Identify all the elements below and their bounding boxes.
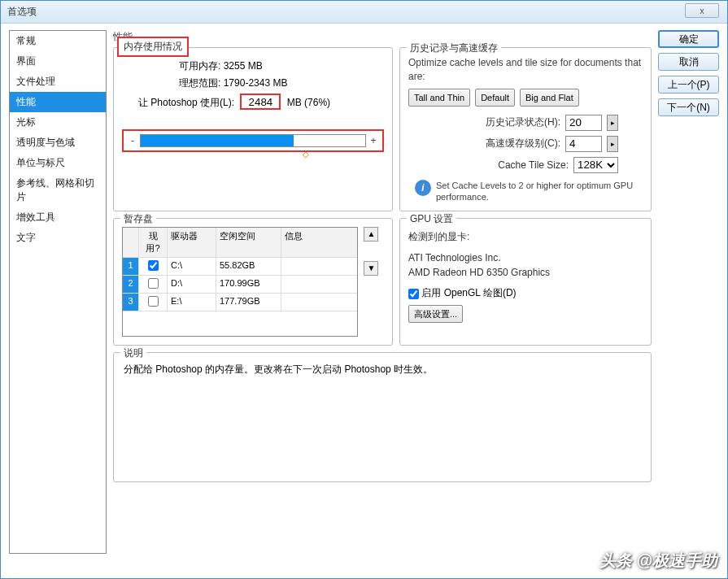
detected-gpu-label: 检测到的显卡: <box>408 230 643 244</box>
enable-opengl-checkbox[interactable] <box>408 289 419 299</box>
slider-plus-button[interactable]: + <box>369 135 377 146</box>
cache-tile-select[interactable]: 128K <box>573 157 618 173</box>
ok-button[interactable]: 确定 <box>658 30 719 48</box>
cache-levels-spinner[interactable]: ▸ <box>607 136 618 152</box>
row-info <box>281 258 357 275</box>
optimize-text: Optimize cache levels and tile size for … <box>408 56 643 84</box>
dialog-buttons: 确定 取消 上一个(P) 下一个(N) <box>652 30 721 554</box>
row-active-checkbox[interactable] <box>148 296 159 307</box>
sidebar-item-plugins[interactable]: 增效工具 <box>10 207 106 228</box>
row-active-checkbox[interactable] <box>148 260 159 271</box>
slider-fill <box>141 135 294 146</box>
memory-fieldset: 内存使用情况 可用内存: 3255 MB 理想范围: 1790-2343 MB … <box>113 47 393 211</box>
row-drive: C:\ <box>168 258 216 275</box>
memory-legend: 内存使用情况 <box>117 37 189 57</box>
sidebar-item-general[interactable]: 常规 <box>10 31 106 51</box>
window-title: 首选项 <box>7 5 37 19</box>
slider-minus-button[interactable]: - <box>129 135 137 146</box>
scratch-table: 现用? 驱动器 空闲空间 信息 1C:\55.82GB2D:\170.99GB3… <box>122 227 358 337</box>
row-info <box>281 294 357 311</box>
cache-levels-input[interactable] <box>565 136 602 152</box>
preset-default-button[interactable]: Default <box>475 89 515 107</box>
sidebar-item-cursors[interactable]: 光标 <box>10 112 106 133</box>
table-row[interactable]: 1C:\55.82GB <box>123 258 357 276</box>
memory-slider[interactable]: ◇ <box>140 134 366 147</box>
sidebar-item-performance[interactable]: 性能 <box>10 92 106 112</box>
enable-opengl-label: 启用 OpenGL 绘图(D) <box>421 287 516 298</box>
col-drive[interactable]: 驱动器 <box>168 228 216 257</box>
slider-marker-icon: ◇ <box>303 150 309 159</box>
let-ps-use-label: 让 Photoshop 使用(L): <box>138 97 234 108</box>
window-close-button[interactable]: x <box>685 3 719 18</box>
cache-levels-label: 高速缓存级别(C): <box>486 137 560 150</box>
col-free[interactable]: 空闲空间 <box>216 228 281 257</box>
description-fieldset: 说明 分配给 Photoshop 的内存量。更改将在下一次启动 Photosho… <box>113 352 652 482</box>
memory-slider-container: - ◇ + <box>122 129 384 152</box>
cache-info-text: Set Cache Levels to 2 or higher for opti… <box>436 180 636 203</box>
row-info <box>281 276 357 293</box>
ideal-range-value: 1790-2343 MB <box>224 77 288 89</box>
prev-button[interactable]: 上一个(P) <box>658 76 719 94</box>
row-index: 2 <box>123 276 139 293</box>
row-index: 3 <box>123 294 139 311</box>
category-sidebar: 常规 界面 文件处理 性能 光标 透明度与色域 单位与标尺 参考线、网格和切片 … <box>9 30 107 554</box>
cancel-button[interactable]: 取消 <box>658 53 719 71</box>
gpu-vendor: ATI Technologies Inc. <box>408 252 643 263</box>
memory-suffix: MB (76%) <box>287 97 330 108</box>
memory-amount-input[interactable] <box>240 94 281 110</box>
advanced-settings-button[interactable]: 高级设置... <box>408 305 463 323</box>
row-free: 55.82GB <box>216 258 281 275</box>
preset-big-flat-button[interactable]: Big and Flat <box>520 89 579 107</box>
description-text: 分配给 Photoshop 的内存量。更改将在下一次启动 Photoshop 时… <box>124 363 641 377</box>
move-up-button[interactable]: ▲ <box>364 227 378 242</box>
row-free: 170.99GB <box>216 276 281 293</box>
preset-tall-thin-button[interactable]: Tall and Thin <box>408 89 470 107</box>
page-title: 性能 <box>113 30 652 44</box>
sidebar-item-filehandling[interactable]: 文件处理 <box>10 72 106 92</box>
ideal-range-label: 理想范围: <box>179 76 220 90</box>
history-cache-fieldset: 历史记录与高速缓存 Optimize cache levels and tile… <box>399 47 652 211</box>
history-states-label: 历史记录状态(H): <box>486 115 560 129</box>
row-free: 177.79GB <box>216 294 281 311</box>
table-header: 现用? 驱动器 空闲空间 信息 <box>123 228 357 258</box>
table-row[interactable]: 3E:\177.79GB <box>123 294 357 311</box>
col-active[interactable]: 现用? <box>139 228 168 257</box>
table-row[interactable]: 2D:\170.99GB <box>123 276 357 294</box>
gpu-fieldset: GPU 设置 检测到的显卡: ATI Technologies Inc. AMD… <box>399 218 652 346</box>
scratch-disks-fieldset: 暂存盘 现用? 驱动器 空闲空间 信息 1C:\55.82GB2D:\170.9… <box>113 218 393 346</box>
titlebar[interactable]: 首选项 x <box>1 1 727 24</box>
scratch-legend: 暂存盘 <box>120 212 156 226</box>
history-legend: 历史记录与高速缓存 <box>407 41 501 55</box>
info-icon: i <box>415 180 431 196</box>
history-states-spinner[interactable]: ▸ <box>607 115 618 131</box>
row-index: 1 <box>123 258 139 275</box>
move-down-button[interactable]: ▼ <box>364 261 378 276</box>
sidebar-item-type[interactable]: 文字 <box>10 228 106 248</box>
available-memory-value: 3255 MB <box>224 60 263 72</box>
row-drive: E:\ <box>168 294 216 311</box>
history-states-input[interactable] <box>565 115 602 131</box>
gpu-legend: GPU 设置 <box>407 212 456 226</box>
description-legend: 说明 <box>120 346 146 360</box>
row-drive: D:\ <box>168 276 216 293</box>
sidebar-item-guides[interactable]: 参考线、网格和切片 <box>10 173 106 207</box>
preferences-window: 首选项 x 常规 界面 文件处理 性能 光标 透明度与色域 单位与标尺 参考线、… <box>0 0 728 579</box>
row-active-checkbox[interactable] <box>148 278 159 289</box>
sidebar-item-units[interactable]: 单位与标尺 <box>10 153 106 173</box>
sidebar-item-interface[interactable]: 界面 <box>10 51 106 72</box>
cache-tile-label: Cache Tile Size: <box>498 159 569 171</box>
watermark: 头条 @极速手助 <box>599 550 717 572</box>
sidebar-item-transparency[interactable]: 透明度与色域 <box>10 133 106 153</box>
available-memory-label: 可用内存: <box>179 59 220 73</box>
gpu-card: AMD Radeon HD 6350 Graphics <box>408 267 643 278</box>
next-button[interactable]: 下一个(N) <box>658 98 719 116</box>
col-info[interactable]: 信息 <box>281 228 357 257</box>
